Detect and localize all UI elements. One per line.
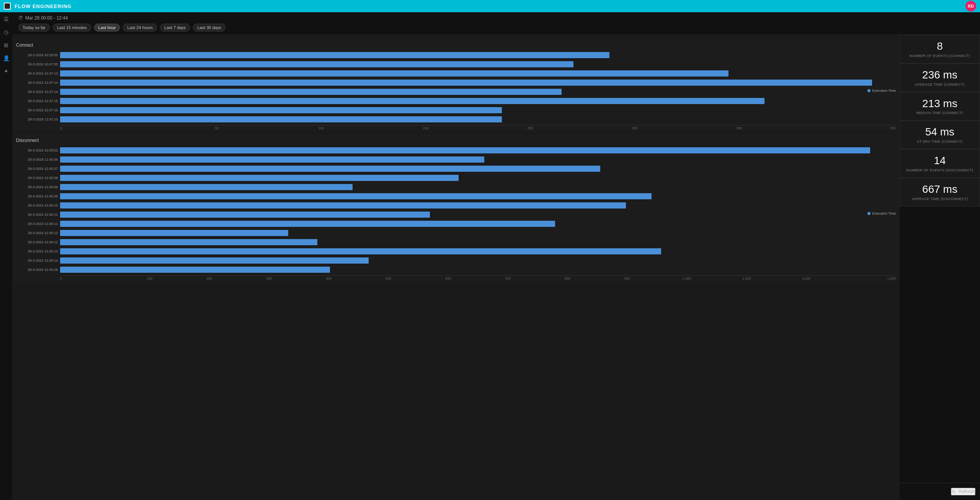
bar-fill [60, 184, 353, 190]
bar-fill [60, 230, 288, 236]
bar-area [60, 202, 896, 208]
table-row: 28-3-2024 12:45:08 [16, 183, 896, 191]
filter-7d[interactable]: Last 7 days [160, 24, 190, 31]
page-header: ⏱ Mar 28 00:00 - 12:44 Today so far Last… [12, 12, 980, 35]
x-tick: 800 [537, 277, 597, 280]
table-row: 28-3-2024 12:45:10 [16, 201, 896, 210]
x-tick: 700 [478, 277, 537, 280]
clock-icon: ⏱ [18, 15, 23, 21]
filter-30d[interactable]: Last 30 days [193, 24, 225, 31]
bar-label: 28-3-2024 10:47:05 [16, 62, 60, 66]
table-row: 28-3-2024 12:45:12 [16, 229, 896, 237]
table-row: 28-3-2024 12:45:11 [16, 220, 896, 228]
disconnect-legend-dot [867, 212, 871, 215]
stat-disconnect-events: 14 NUMBER OF EVENTS (DISCONNECT) [900, 149, 980, 178]
sidebar-icon-chart[interactable]: ⊞ [2, 41, 10, 49]
bar-fill [60, 80, 872, 86]
table-row: 28-3-2024 12:45:09 [16, 192, 896, 200]
stat-connect-events: 8 NUMBER OF EVENTS (CONNECT) [900, 35, 980, 64]
table-row: 28-3-2024 12:45:08 [16, 174, 896, 182]
stats-spacer [900, 207, 980, 483]
stat-connect-stdev-value: 54 ms [905, 126, 974, 138]
table-row: 28-3-2024 12:47:14 [16, 88, 896, 96]
filter-15min[interactable]: Last 15 minutes [53, 24, 91, 31]
x-tick: 150 [374, 126, 478, 130]
bar-label: 28-3-2024 12:45:26 [16, 268, 60, 272]
table-row: 28-3-2024 12:45:26 [16, 265, 896, 274]
table-row: 28-3-2024 12:47:15 [16, 97, 896, 105]
sidebar-icon-clock[interactable]: ◷ [2, 28, 10, 36]
user-avatar[interactable]: RD [965, 1, 976, 11]
stat-disconnect-events-value: 14 [905, 155, 974, 167]
sidebar-icon-star[interactable]: ✦ [2, 67, 10, 75]
sidebar-icon-user[interactable]: 👤 [2, 54, 10, 62]
bar-area [60, 61, 896, 67]
table-row: 28-3-2024 12:47:14 [16, 78, 896, 87]
bar-label: 28-3-2024 12:47:14 [16, 90, 60, 94]
bar-label: 28-3-2024 12:45:14 [16, 259, 60, 262]
stats-panel: 8 NUMBER OF EVENTS (CONNECT) 236 ms AVER… [900, 35, 980, 500]
stat-connect-avg-label: AVERAGE TIME (CONNECT) [905, 83, 974, 86]
bar-area [60, 116, 896, 122]
bar-fill [60, 156, 484, 163]
x-tick: 400 [299, 277, 359, 280]
bar-label: 28-3-2024 12:47:15 [16, 108, 60, 112]
x-tick: 500 [359, 277, 418, 280]
x-tick: 250 [582, 126, 687, 130]
filter-today[interactable]: Today so far [18, 24, 50, 31]
bar-fill [60, 193, 652, 199]
bar-label: 28-3-2024 12:45:13 [16, 249, 60, 253]
bar-fill [60, 202, 626, 208]
bar-fill [60, 98, 764, 104]
bar-label: 28-3-2024 12:47:14 [16, 81, 60, 85]
app-title: FLOW ENGINEERING [15, 3, 72, 9]
filter-1hr[interactable]: Last hour [94, 24, 120, 31]
bar-area [60, 147, 896, 153]
bar-fill [60, 212, 430, 218]
filter-24hr[interactable]: Last 24 hours [123, 24, 157, 31]
bar-label: 28-3-2024 12:45:10 [16, 204, 60, 207]
bar-label: 28-3-2024 12:47:15 [16, 99, 60, 103]
bar-area [60, 193, 896, 199]
charts-stats-layout: Connect 28-3-2024 10:28:5528-3-2024 10:4… [12, 35, 980, 500]
bar-fill [60, 70, 728, 77]
stat-connect-events-label: NUMBER OF EVENTS (CONNECT) [905, 54, 974, 58]
sidebar: ☰ ◷ ⊞ 👤 ✦ [0, 12, 12, 500]
bar-label: 28-3-2024 10:28:55 [16, 53, 60, 57]
table-row: 28-3-2024 10:28:55 [16, 51, 896, 59]
bar-label: 28-3-2024 12:45:11 [16, 213, 60, 217]
bar-fill [60, 89, 562, 95]
connect-chart-wrapper: 28-3-2024 10:28:5528-3-2024 10:47:0528-3… [16, 51, 896, 130]
bar-label: 28-3-2024 12:45:12 [16, 231, 60, 235]
stat-disconnect-avg: 667 ms AVERAGE TIME (DISCONNECT) [900, 178, 980, 207]
bar-area [60, 267, 896, 273]
connect-legend-label: Execution Time [872, 89, 896, 93]
x-tick: 300 [687, 126, 791, 130]
stat-connect-events-value: 8 [905, 41, 974, 52]
main-layout: ☰ ◷ ⊞ 👤 ✦ ⏱ Mar 28 00:00 - 12:44 Today s… [0, 12, 980, 500]
x-tick: 300 [239, 277, 299, 280]
refresh-button[interactable]: ↻ Refresh [951, 488, 975, 495]
connect-bar-chart: 28-3-2024 10:28:5528-3-2024 10:47:0528-3… [16, 51, 896, 130]
bar-label: 28-3-2024 12:45:06 [16, 158, 60, 161]
x-axis: 01002003004005006007008009001,0001,1001,… [60, 275, 896, 280]
bar-label: 28-3-2024 12:45:08 [16, 185, 60, 189]
bar-area [60, 80, 896, 86]
bar-area [60, 89, 896, 95]
bar-area [60, 107, 896, 113]
table-row: 28-3-2024 12:47:15 [16, 115, 896, 124]
bar-fill [60, 175, 459, 181]
x-tick: 1,300 [836, 277, 896, 280]
time-range-text: Mar 28 00:00 - 12:44 [25, 15, 68, 21]
bar-label: 28-3-2024 12:45:11 [16, 222, 60, 226]
bar-area [60, 156, 896, 163]
stat-connect-stdev-label: ST DEV TIME (CONNECT) [905, 140, 974, 143]
bar-area [60, 52, 896, 58]
sidebar-icon-menu[interactable]: ☰ [2, 15, 10, 23]
x-tick: 1,100 [717, 277, 776, 280]
bar-label: 28-3-2024 12:45:09 [16, 194, 60, 198]
bar-area [60, 248, 896, 254]
bar-fill [60, 147, 870, 153]
x-tick: 600 [418, 277, 478, 280]
bar-area [60, 239, 896, 245]
